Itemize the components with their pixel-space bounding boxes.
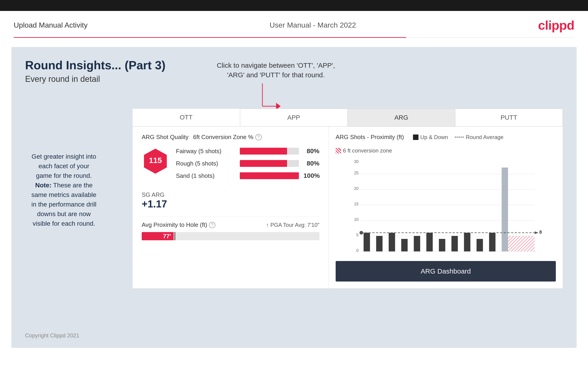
svg-marker-34 — [535, 231, 538, 234]
svg-rect-23 — [401, 239, 408, 251]
arg-dashboard-button[interactable]: ARG Dashboard — [336, 261, 556, 282]
copyright: Copyright Clippd 2021 — [25, 332, 79, 339]
svg-rect-27 — [451, 236, 458, 251]
legend-up-down: Up & Down — [413, 134, 448, 141]
prox-bar-fill: 77' — [142, 232, 174, 240]
svg-text:115: 115 — [149, 156, 162, 165]
main-content: Round Insights... (Part 3) Every round i… — [11, 47, 577, 348]
nav-annotation-text: Click to navigate between 'OTT', 'APP','… — [217, 62, 335, 79]
bar-fill-fairway — [240, 148, 287, 155]
prox-bar-track: 77' — [142, 232, 320, 240]
right-panel: ARG Shots - Proximity (ft) Up & Down Rou… — [329, 127, 563, 288]
bar-pct-sand: 100% — [303, 172, 320, 179]
legend-up-down-label: Up & Down — [420, 134, 448, 141]
shot-row-rough: Rough (5 shots) 80% — [176, 160, 320, 167]
shot-row-fairway: Fairway (5 shots) 80% — [176, 148, 320, 155]
svg-rect-20 — [364, 233, 370, 251]
svg-point-33 — [360, 231, 363, 234]
sg-section: SG ARG +1.17 — [142, 191, 320, 210]
panel-subtitle: 6ft Conversion Zone % ? — [193, 133, 261, 141]
top-bar — [0, 0, 588, 11]
shot-label-sand: Sand (1 shots) — [176, 172, 240, 179]
left-desc-line2: each facet of your — [39, 163, 89, 170]
help-icon[interactable]: ? — [255, 134, 262, 141]
left-panel: ARG Shot Quality 6ft Conversion Zone % ?… — [133, 127, 329, 288]
legend-dashed-icon — [455, 137, 464, 137]
legend-conversion-zone-label: 6 ft conversion zone — [343, 148, 392, 154]
panel-title: ARG Shot Quality — [142, 133, 189, 141]
svg-text:5: 5 — [356, 233, 358, 237]
svg-rect-28 — [464, 233, 470, 251]
tabs-row: OTT APP ARG PUTT — [133, 109, 563, 127]
bar-track-rough — [240, 160, 299, 167]
bar-pct-rough: 80% — [303, 160, 320, 167]
svg-text:25: 25 — [354, 171, 358, 175]
header: Upload Manual Activity User Manual - Mar… — [0, 11, 588, 37]
bar-fill-rough — [240, 160, 287, 167]
legend-conversion-zone: 6 ft conversion zone — [336, 148, 392, 154]
left-desc-line3: game for the round. — [36, 172, 92, 179]
chart-area: 0 5 10 15 20 25 30 — [336, 158, 556, 254]
svg-rect-25 — [426, 233, 433, 251]
shot-rows: Fairway (5 shots) 80% Rough (5 shots) — [176, 148, 320, 184]
svg-text:30: 30 — [354, 159, 358, 164]
left-desc-line8: visible for each round. — [33, 220, 95, 227]
svg-rect-30 — [489, 233, 496, 251]
left-desc-line6: in the performance drill — [32, 201, 96, 208]
left-desc-note: Note: — [35, 182, 52, 189]
logo: clippd — [538, 18, 574, 33]
svg-rect-31 — [502, 167, 508, 251]
left-desc-line7: downs but are now — [37, 210, 91, 217]
svg-text:20: 20 — [354, 186, 358, 191]
proximity-header: Avg Proximity to Hole (ft) ? ↑ PGA Tour … — [142, 221, 320, 228]
bar-pct-fairway: 80% — [303, 148, 320, 155]
svg-rect-22 — [389, 233, 395, 251]
tab-ott[interactable]: OTT — [133, 109, 240, 126]
tab-app[interactable]: APP — [240, 109, 348, 126]
legend-square-icon — [413, 134, 418, 140]
proximity-title: Avg Proximity to Hole (ft) ? — [142, 221, 215, 228]
panel-header: ARG Shot Quality 6ft Conversion Zone % ? — [142, 133, 320, 141]
svg-rect-29 — [477, 239, 483, 251]
card-body: ARG Shot Quality 6ft Conversion Zone % ?… — [133, 127, 563, 288]
svg-rect-24 — [414, 236, 420, 251]
bar-track-fairway — [240, 148, 299, 155]
left-desc-line4: These are the — [52, 182, 93, 189]
shot-label-rough: Rough (5 shots) — [176, 160, 240, 167]
left-desc-line5: same metrics available — [32, 191, 96, 198]
svg-text:10: 10 — [354, 217, 358, 222]
bar-track-sand — [240, 172, 299, 179]
sg-value: +1.17 — [142, 198, 320, 210]
shot-label-fairway: Fairway (5 shots) — [176, 148, 240, 155]
left-desc-line1: Get greater insight into — [32, 153, 96, 160]
left-description: Get greater insight into each facet of y… — [21, 152, 107, 228]
header-left: Upload Manual Activity — [14, 21, 88, 29]
tab-arg[interactable]: ARG — [347, 109, 455, 126]
nav-annotation: Click to navigate between 'OTT', 'APP','… — [217, 61, 335, 80]
header-divider — [14, 37, 574, 38]
chart-title: ARG Shots - Proximity (ft) — [336, 133, 404, 141]
card-container: OTT APP ARG PUTT ARG Shot Quality 6ft Co… — [132, 108, 563, 289]
pga-avg: ↑ PGA Tour Avg: 7'10" — [266, 222, 320, 228]
legend-round-avg: Round Average — [455, 134, 503, 141]
proximity-help-icon[interactable]: ? — [209, 222, 215, 228]
hex-badge: 115 — [142, 148, 169, 175]
tab-putt[interactable]: PUTT — [455, 109, 563, 126]
svg-rect-21 — [376, 236, 383, 251]
svg-text:15: 15 — [354, 202, 358, 206]
svg-text:8: 8 — [539, 230, 542, 234]
legend-hatch-icon — [336, 148, 341, 153]
proximity-section: Avg Proximity to Hole (ft) ? ↑ PGA Tour … — [142, 217, 320, 240]
prox-cursor — [174, 232, 175, 240]
svg-text:0: 0 — [356, 248, 358, 253]
svg-rect-19 — [508, 236, 535, 251]
upload-manual-activity-link[interactable]: Upload Manual Activity — [14, 21, 88, 29]
shot-row-sand: Sand (1 shots) 100% — [176, 172, 320, 179]
sg-label: SG ARG — [142, 191, 320, 198]
svg-rect-26 — [439, 239, 445, 251]
chart-header: ARG Shots - Proximity (ft) Up & Down Rou… — [336, 133, 556, 154]
bar-fill-sand — [240, 172, 299, 179]
legend-round-avg-label: Round Average — [466, 134, 503, 141]
header-center-text: User Manual - March 2022 — [270, 21, 356, 29]
